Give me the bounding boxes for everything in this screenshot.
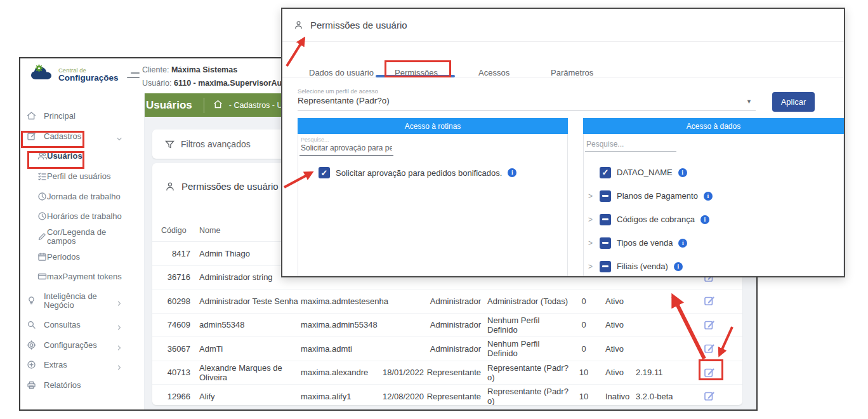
checkbox-indeterminate[interactable] (600, 237, 611, 249)
person-icon (294, 20, 303, 30)
data-access-item-label: DATAO_NAME (617, 168, 673, 177)
tab-acessos[interactable]: Acessos (478, 68, 510, 77)
edit-user-button[interactable] (704, 390, 716, 402)
client-name: Máxima Sistemas (171, 65, 237, 74)
sidebar-item-label: Inteligência de Negócio (44, 292, 125, 310)
sidebar-item-label: Horários de trabalho (47, 212, 125, 221)
info-icon[interactable]: i (704, 192, 713, 201)
checkbox-indeterminate[interactable] (600, 261, 611, 272)
sidebar: PrincipalCadastrosUsuáriosPerfil de usuá… (20, 93, 145, 409)
cell-qtd: 10 (571, 392, 596, 401)
checkbox-indeterminate[interactable] (600, 190, 611, 202)
advanced-filters-label: Filtros avançados (181, 139, 251, 149)
sidebar-item-cor-legenda-de-campos[interactable]: Cor/Legenda de campos (20, 227, 144, 247)
routines-search-input[interactable]: Solicitar aprovação para pedido (301, 143, 392, 152)
info-icon[interactable]: i (700, 215, 709, 224)
sidebar-item-perfil-de-usuarios[interactable]: Perfil de usuários (20, 166, 144, 187)
sidebar-item-jornada-de-trabalho[interactable]: Jornada de trabalho (20, 187, 144, 207)
chevron-right-icon[interactable]: > (588, 239, 598, 248)
cell-codigo: 8417 (161, 249, 199, 258)
menu-toggle-icon[interactable] (127, 72, 140, 80)
table-row: 40713Alexandre Marques de Oliveiramaxima… (152, 361, 742, 385)
modal-title: Permissões de usuário (310, 20, 407, 30)
cell-login: maxima.admtestesenha (301, 296, 371, 306)
chevron-right-icon[interactable]: > (588, 192, 598, 201)
edit-user-button[interactable] (704, 319, 716, 331)
sidebar-item-periodos[interactable]: Períodos (20, 247, 144, 267)
cell-qtd: 10 (571, 368, 596, 377)
routines-access-panel: Acesso à rotinas Pesquise... Solicitar a… (298, 118, 568, 276)
modal-title-bar: Permissões de usuário (282, 9, 844, 42)
calendar-icon (37, 252, 48, 262)
home-icon[interactable] (213, 100, 223, 111)
info-icon[interactable]: i (674, 262, 683, 271)
edit-user-button[interactable] (704, 366, 716, 379)
cell-nome: Administrador Teste Senha (199, 296, 301, 306)
checkbox-checked[interactable] (319, 167, 330, 178)
data-access-item: >Filiais (venda)i (584, 255, 843, 278)
person-icon (165, 182, 175, 192)
filter-funnel-icon (165, 140, 174, 149)
sidebar-item-cadastros[interactable]: Cadastros (20, 126, 144, 147)
pencil-icon (37, 232, 48, 242)
sidebar-item-consultas[interactable]: Consultas (20, 315, 144, 335)
chevron-right-icon[interactable]: > (588, 262, 598, 271)
clock-icon (37, 211, 48, 222)
clock-icon (37, 192, 48, 202)
sidebar-item-label: Consultas (44, 321, 125, 329)
sidebar-item-relatorios[interactable]: Relatórios (20, 375, 144, 396)
profile-select[interactable]: Representante (Padr?o) (298, 96, 390, 105)
app-logo: Central de Configurações (29, 64, 119, 84)
chevron-right-icon (116, 322, 122, 328)
checkbox-indeterminate[interactable] (600, 214, 611, 225)
page-title: Usuários (146, 99, 192, 112)
cell-codigo: 12966 (161, 392, 199, 401)
col-header-codigo: Código (161, 226, 199, 235)
sidebar-item-label: Jornada de trabalho (47, 192, 125, 201)
edit-user-button[interactable] (704, 342, 716, 355)
cell-login: maxima.admin55348 (301, 320, 371, 329)
sidebar-item-label: Relatórios (44, 381, 125, 390)
tab-parametros[interactable]: Parâmetros (551, 68, 593, 77)
table-row: 60298Administrador Teste Senhamaxima.adm… (152, 289, 742, 314)
profile-select-label: Selecione um perfil de acesso (298, 88, 378, 95)
routines-panel-header: Acesso à rotinas (298, 118, 568, 134)
data-search-input[interactable]: Pesquise... (586, 140, 624, 149)
sidebar-item-configuracoes[interactable]: Configurações (20, 335, 144, 356)
chevron-down-icon[interactable]: ▼ (746, 98, 752, 105)
sidebar-item-usuarios[interactable]: Usuários (20, 146, 144, 166)
cell-nome: Alify (199, 392, 301, 401)
home-icon (27, 111, 37, 121)
sidebar-item-maxpayment-tokens[interactable]: maxPayment tokens (20, 267, 144, 288)
cell-perfil: Nenhum Perfil Definido (481, 316, 571, 335)
users-icon (37, 151, 48, 161)
sidebar-item-extras[interactable]: Extras (20, 356, 144, 376)
chevron-right-icon[interactable]: > (588, 215, 598, 224)
logo-line1: Central de (58, 67, 119, 74)
sidebar-item-inteligencia-de-negocio[interactable]: Inteligência de Negócio (20, 287, 144, 315)
cell-tipo: Representante (424, 368, 481, 377)
info-icon[interactable]: i (508, 168, 516, 177)
cell-tipo: Administrador (424, 296, 481, 306)
sidebar-item-horarios-de-trabalho[interactable]: Horários de trabalho (20, 206, 144, 227)
edit-user-button[interactable] (704, 295, 716, 307)
sidebar-item-label: Extras (44, 361, 125, 369)
data-access-item: >DATAO_NAMEi (584, 161, 843, 184)
table-card-title: Permissões de usuário (165, 181, 279, 192)
cell-nome: Alexandre Marques de Oliveira (199, 363, 301, 382)
sidebar-item-label: Períodos (47, 253, 125, 262)
info-icon[interactable]: i (678, 239, 687, 248)
info-icon[interactable]: i (678, 168, 687, 177)
data-access-item: >Códigos de cobrançai (584, 208, 843, 231)
data-access-tree: >DATAO_NAMEi>Planos de Pagamentoi>Código… (584, 161, 843, 278)
cell-codigo: 40713 (161, 368, 199, 377)
cell-codigo: 60298 (161, 296, 199, 306)
cell-tipo: Administrador (424, 344, 481, 354)
sidebar-item-label: Configurações (44, 341, 125, 350)
apply-button[interactable]: Aplicar (772, 92, 815, 112)
tab-dados-do-usuario[interactable]: Dados do usuário (309, 68, 374, 77)
data-access-item-label: Códigos de cobrança (617, 215, 695, 224)
sidebar-item-principal[interactable]: Principal (20, 106, 144, 126)
checkbox-checked[interactable] (600, 167, 611, 178)
gear-icon (27, 340, 37, 350)
